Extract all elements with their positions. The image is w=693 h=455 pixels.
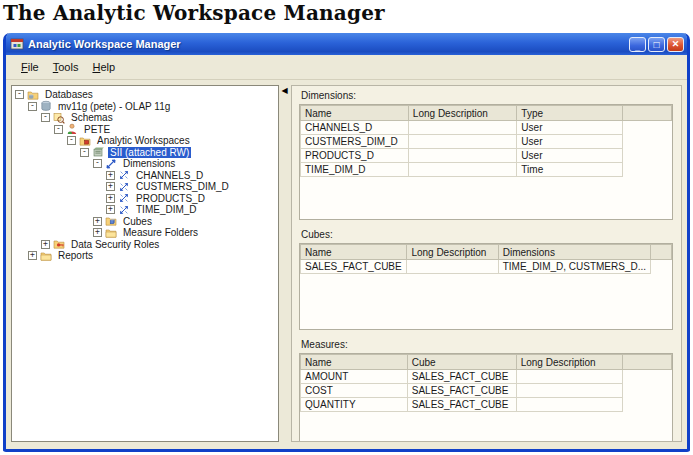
databases-folder-icon	[27, 89, 40, 101]
measures-table[interactable]: NameCubeLong DescriptionAMOUNTSALES_FACT…	[299, 353, 673, 442]
table-row[interactable]: SALES_FACT_CUBETIME_DIM_D, CUSTMERS_D...	[301, 260, 672, 274]
column-header[interactable]: Cube	[407, 355, 516, 370]
cubes-section-label: Cubes:	[301, 229, 673, 240]
titlebar[interactable]: Analytic Workspace Manager _ □ ✕	[6, 33, 687, 55]
tree-node-label: Cubes	[121, 216, 154, 227]
table-cell: SALES_FACT_CUBE	[407, 370, 516, 384]
expand-toggle[interactable]: -	[15, 90, 24, 99]
tree-node[interactable]: -PETE	[15, 124, 278, 136]
table-row[interactable]: AMOUNTSALES_FACT_CUBE	[301, 370, 672, 384]
tree-node[interactable]: -Schemas	[15, 112, 278, 124]
tree-node-label: mv11g (pete) - OLAP 11g	[56, 101, 172, 112]
column-header[interactable]: Long Description	[516, 355, 622, 370]
reports-folder-icon	[40, 250, 53, 262]
table-row[interactable]: TIME_DIM_DTime	[301, 163, 672, 177]
tree-node[interactable]: -Dimensions	[15, 158, 278, 170]
table-row[interactable]: PRODUCTS_DUser	[301, 149, 672, 163]
expand-toggle[interactable]: -	[93, 159, 102, 168]
table-cell-filler	[622, 135, 671, 149]
table-row[interactable]: QUANTITYSALES_FACT_CUBE	[301, 398, 672, 412]
table-cell: User	[517, 135, 622, 149]
tree-node[interactable]: +PRODUCTS_D	[15, 193, 278, 205]
app-window: Analytic Workspace Manager _ □ ✕ File To…	[3, 33, 690, 452]
column-header[interactable]: Name	[301, 106, 409, 121]
expand-toggle[interactable]: +	[41, 240, 50, 249]
tree-node[interactable]: -Databases	[15, 89, 278, 101]
expand-toggle[interactable]: -	[54, 125, 63, 134]
column-header[interactable]: Name	[301, 245, 407, 260]
tree-node[interactable]: -SII (attached RW)	[15, 147, 278, 159]
tree-node[interactable]: +Measure Folders	[15, 227, 278, 239]
tree-node-label: SII (attached RW)	[108, 147, 191, 158]
tree-node[interactable]: +Cubes	[15, 216, 278, 228]
dimensions-section-label: Dimensions:	[301, 90, 673, 101]
expand-toggle[interactable]: -	[67, 136, 76, 145]
collapse-arrow-icon[interactable]: ◀	[280, 86, 289, 96]
table-row[interactable]: COSTSALES_FACT_CUBE	[301, 384, 672, 398]
expand-toggle[interactable]: +	[28, 251, 37, 260]
table-cell-filler	[622, 149, 671, 163]
schemas-icon	[53, 112, 66, 124]
table-cell: SALES_FACT_CUBE	[407, 398, 516, 412]
table-cell	[516, 384, 622, 398]
column-header-filler	[622, 106, 671, 121]
expand-toggle[interactable]: -	[41, 113, 50, 122]
app-icon	[10, 37, 24, 51]
dimension-icon	[118, 181, 131, 193]
page-title: The Analytic Workspace Manager	[3, 1, 385, 25]
splitter[interactable]: ◀	[279, 85, 290, 442]
tree-node-label: Reports	[56, 250, 95, 261]
column-header[interactable]: Long Description	[407, 245, 498, 260]
cubes-section: Cubes: NameLong DescriptionDimensionsSAL…	[299, 229, 673, 330]
dimensions-table[interactable]: NameLong DescriptionTypeCHANNELS_DUserCU…	[299, 104, 673, 220]
table-cell: Time	[517, 163, 622, 177]
workspace-icon	[92, 146, 105, 158]
column-header[interactable]: Name	[301, 355, 408, 370]
expand-toggle[interactable]: +	[106, 205, 115, 214]
table-cell: PRODUCTS_D	[301, 149, 409, 163]
tree-node[interactable]: -Analytic Workspaces	[15, 135, 278, 147]
maximize-button[interactable]: □	[648, 37, 665, 52]
tree-node[interactable]: +TIME_DIM_D	[15, 204, 278, 216]
table-cell	[408, 163, 516, 177]
menu-file[interactable]: File	[14, 59, 46, 75]
expand-toggle[interactable]: +	[106, 182, 115, 191]
table-row[interactable]: CHANNELS_DUser	[301, 121, 672, 135]
client-area: -Databases-mv11g (pete) - OLAP 11g-Schem…	[6, 80, 687, 449]
expand-toggle[interactable]: -	[80, 148, 89, 157]
expand-toggle[interactable]: -	[28, 102, 37, 111]
cubes-table[interactable]: NameLong DescriptionDimensionsSALES_FACT…	[299, 243, 673, 330]
tree-node-label: CUSTMERS_DIM_D	[134, 181, 231, 192]
column-header[interactable]: Type	[517, 106, 622, 121]
tree-panel[interactable]: -Databases-mv11g (pete) - OLAP 11g-Schem…	[11, 85, 279, 442]
minimize-icon: _	[635, 43, 640, 52]
tree-node-label: Data Security Roles	[69, 239, 161, 250]
menu-help[interactable]: Help	[85, 59, 122, 75]
menu-tools[interactable]: Tools	[46, 59, 86, 75]
table-cell: AMOUNT	[301, 370, 408, 384]
expand-toggle[interactable]: +	[93, 217, 102, 226]
tree-node-label: Measure Folders	[121, 227, 200, 238]
tree-node-label: CHANNELS_D	[134, 170, 205, 181]
table-cell	[516, 398, 622, 412]
expand-toggle[interactable]: +	[106, 194, 115, 203]
tree-node[interactable]: +CUSTMERS_DIM_D	[15, 181, 278, 193]
minimize-button[interactable]: _	[629, 37, 646, 52]
tree-node[interactable]: +CHANNELS_D	[15, 170, 278, 182]
tree-node[interactable]: -mv11g (pete) - OLAP 11g	[15, 101, 278, 113]
tree-node[interactable]: +Data Security Roles	[15, 239, 278, 251]
tree-node-label: Schemas	[69, 112, 115, 123]
column-header[interactable]: Long Description	[408, 106, 516, 121]
workspaces-folder-icon	[79, 135, 92, 147]
close-button[interactable]: ✕	[667, 37, 684, 52]
table-row[interactable]: CUSTMERS_DIM_DUser	[301, 135, 672, 149]
table-cell: SALES_FACT_CUBE	[407, 384, 516, 398]
table-cell	[408, 121, 516, 135]
tree-node-label: Analytic Workspaces	[95, 135, 192, 146]
table-cell: TIME_DIM_D, CUSTMERS_D...	[498, 260, 650, 274]
table-cell: User	[517, 149, 622, 163]
tree-node[interactable]: +Reports	[15, 250, 278, 262]
expand-toggle[interactable]: +	[106, 171, 115, 180]
expand-toggle[interactable]: +	[93, 228, 102, 237]
column-header[interactable]: Dimensions	[498, 245, 650, 260]
